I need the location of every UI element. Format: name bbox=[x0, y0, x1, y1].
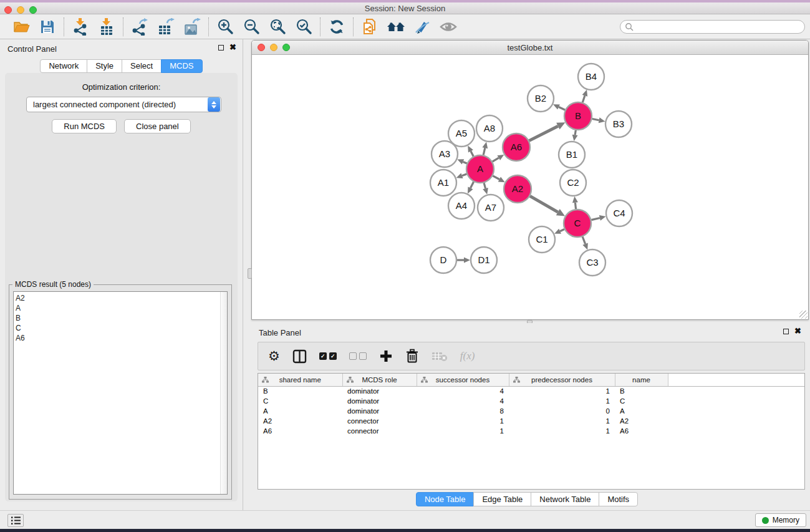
table-cell[interactable]: A6 bbox=[615, 426, 668, 436]
node-table-container[interactable]: shared nameMCDS rolesuccessor nodesprede… bbox=[258, 373, 805, 490]
float-panel-icon[interactable] bbox=[218, 45, 224, 51]
mcds-result-item[interactable]: A6 bbox=[16, 333, 227, 343]
tab-node-table[interactable]: Node Table bbox=[416, 492, 475, 506]
tab-network[interactable]: Network bbox=[40, 59, 87, 73]
table-cell[interactable]: A6 bbox=[258, 426, 342, 436]
column-header-MCDS-role[interactable]: MCDS role bbox=[342, 374, 417, 386]
table-cell[interactable]: 8 bbox=[417, 406, 509, 416]
table-row[interactable]: Bdominator41B bbox=[258, 386, 804, 396]
column-header-shared-name[interactable]: shared name bbox=[258, 374, 342, 386]
select-all-columns-button[interactable]: ✓✓ bbox=[319, 347, 337, 365]
table-cell[interactable]: C bbox=[258, 396, 342, 406]
edge-C-C1[interactable] bbox=[560, 230, 564, 231]
import-network-button[interactable] bbox=[70, 17, 90, 37]
refresh-view-button[interactable] bbox=[327, 17, 347, 37]
hide-annotations-button[interactable] bbox=[412, 17, 432, 37]
table-cell[interactable]: connector bbox=[342, 426, 417, 436]
edge-B-B1[interactable] bbox=[575, 130, 576, 135]
edge-A-A5[interactable] bbox=[471, 151, 473, 156]
edge-A6-B[interactable] bbox=[529, 126, 558, 140]
table-cell[interactable]: A2 bbox=[615, 416, 668, 426]
table-cell[interactable]: connector bbox=[342, 416, 417, 426]
edge-C-C2[interactable] bbox=[575, 203, 576, 209]
close-panel-icon[interactable]: ✖ bbox=[229, 44, 236, 51]
network-canvas[interactable]: B4B2BB3A8A5A6A3B1AA1C2A2A4A7C4CC1DD1C3 bbox=[252, 55, 808, 319]
save-session-button[interactable] bbox=[37, 17, 57, 37]
edge-A-A2[interactable] bbox=[493, 176, 499, 180]
open-session-button[interactable] bbox=[11, 17, 31, 37]
table-row[interactable]: Cdominator41C bbox=[258, 396, 804, 406]
minimize-network-window-button[interactable] bbox=[270, 44, 277, 51]
table-cell[interactable]: 1 bbox=[417, 416, 509, 426]
table-cell[interactable]: dominator bbox=[342, 386, 417, 396]
tab-motifs[interactable]: Motifs bbox=[599, 492, 638, 506]
tab-mcds[interactable]: MCDS bbox=[161, 59, 202, 73]
table-cell[interactable]: 1 bbox=[509, 426, 615, 436]
search-input[interactable] bbox=[634, 21, 804, 32]
network-graph[interactable]: B4B2BB3A8A5A6A3B1AA1C2A2A4A7C4CC1DD1C3 bbox=[252, 55, 808, 319]
delete-table-button[interactable] bbox=[432, 347, 448, 365]
column-header-name[interactable]: name bbox=[615, 374, 668, 386]
tab-network-table[interactable]: Network Table bbox=[531, 492, 599, 506]
memory-button[interactable]: Memory bbox=[755, 513, 806, 527]
table-cell[interactable]: 1 bbox=[417, 426, 509, 436]
close-network-window-button[interactable] bbox=[258, 44, 265, 51]
minimize-window-button[interactable] bbox=[17, 6, 24, 14]
mcds-result-item[interactable]: B bbox=[16, 313, 227, 323]
edge-A-A1[interactable] bbox=[462, 174, 466, 176]
deselect-all-columns-button[interactable] bbox=[349, 347, 367, 365]
table-cell[interactable]: 1 bbox=[509, 386, 615, 396]
edge-A-A4[interactable] bbox=[471, 182, 474, 188]
export-image-button[interactable] bbox=[182, 17, 202, 37]
mcds-result-item[interactable]: A2 bbox=[16, 293, 227, 303]
table-cell[interactable]: A2 bbox=[258, 416, 342, 426]
table-cell[interactable]: B bbox=[615, 386, 668, 396]
home-button[interactable] bbox=[386, 17, 406, 37]
column-header-successor-nodes[interactable]: successor nodes bbox=[417, 374, 509, 386]
table-cell[interactable]: dominator bbox=[342, 396, 417, 406]
table-row[interactable]: A2connector11A2 bbox=[258, 416, 804, 426]
close-table-panel-icon[interactable]: ✖ bbox=[794, 328, 801, 334]
add-column-button[interactable] bbox=[379, 347, 393, 365]
mcds-result-listbox[interactable]: A2ABCA6 bbox=[13, 291, 228, 495]
tab-edge-table[interactable]: Edge Table bbox=[473, 492, 531, 506]
table-cell[interactable]: A bbox=[258, 406, 342, 416]
table-cell[interactable]: 0 bbox=[509, 406, 615, 416]
edge-C-C4[interactable] bbox=[591, 218, 600, 220]
close-panel-button[interactable]: Close panel bbox=[124, 119, 191, 133]
table-cell[interactable]: 1 bbox=[509, 396, 615, 406]
edge-A-A6[interactable] bbox=[493, 158, 499, 162]
table-row[interactable]: Adominator80A bbox=[258, 406, 804, 416]
table-cell[interactable]: B bbox=[258, 386, 342, 396]
tab-style[interactable]: Style bbox=[87, 59, 122, 73]
column-header-predecessor-nodes[interactable]: predecessor nodes bbox=[509, 374, 615, 386]
edge-A-A3[interactable] bbox=[463, 162, 466, 163]
edge-A-A7[interactable] bbox=[484, 183, 485, 188]
window-resize-grip[interactable] bbox=[799, 311, 808, 319]
mcds-result-item[interactable]: A bbox=[16, 303, 227, 313]
show-graphics-details-button[interactable] bbox=[438, 17, 458, 37]
table-cell[interactable]: A bbox=[615, 406, 668, 416]
zoom-in-button[interactable] bbox=[215, 17, 235, 37]
export-network-button[interactable] bbox=[130, 17, 150, 37]
edge-C-C3[interactable] bbox=[582, 236, 585, 244]
zoom-network-window-button[interactable] bbox=[282, 44, 290, 51]
close-window-button[interactable] bbox=[4, 6, 12, 14]
zoom-out-button[interactable] bbox=[241, 17, 261, 37]
function-builder-button[interactable]: f(x) bbox=[460, 347, 475, 365]
show-panel-list-button[interactable] bbox=[7, 514, 24, 527]
zoom-window-button[interactable] bbox=[29, 6, 37, 14]
zoom-selected-button[interactable] bbox=[294, 17, 314, 37]
table-row[interactable]: A6connector11A6 bbox=[258, 426, 804, 436]
edge-B-B2[interactable] bbox=[559, 107, 565, 110]
edge-A-A8[interactable] bbox=[483, 148, 485, 155]
table-settings-button[interactable]: ⚙ bbox=[268, 347, 280, 365]
zoom-fit-button[interactable] bbox=[268, 17, 287, 37]
edge-B-B3[interactable] bbox=[592, 119, 599, 120]
network-snapshot-button[interactable] bbox=[360, 17, 380, 37]
splitter-handle[interactable] bbox=[248, 268, 252, 279]
delete-column-button[interactable] bbox=[405, 347, 419, 365]
table-cell[interactable]: C bbox=[615, 396, 668, 406]
table-cell[interactable]: 4 bbox=[417, 386, 509, 396]
float-table-panel-icon[interactable] bbox=[783, 329, 789, 334]
